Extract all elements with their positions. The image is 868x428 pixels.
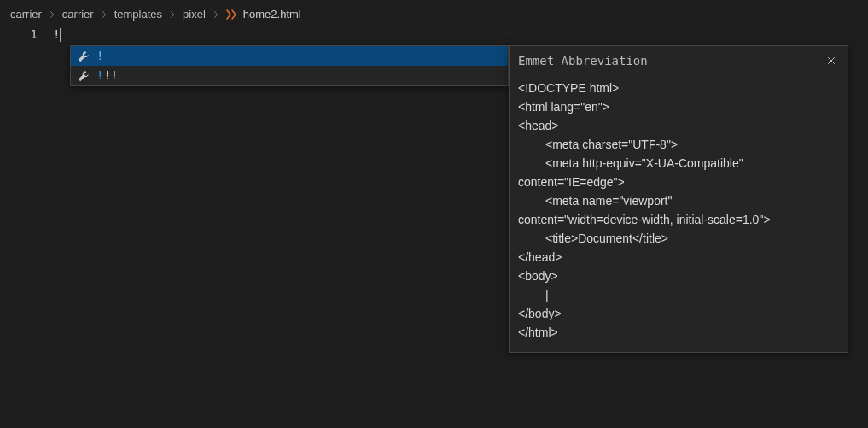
wrench-icon	[76, 70, 91, 82]
suggestion-doc-popup: Emmet Abbreviation <!DOCTYPE html> <html…	[509, 45, 848, 353]
code-area[interactable]: !	[53, 26, 868, 43]
line-number: 1	[0, 26, 38, 43]
code-text: !	[53, 27, 60, 41]
autocomplete-label: !!!	[96, 67, 118, 84]
chevron-right-icon	[100, 10, 108, 19]
breadcrumb-segment[interactable]: pixel	[181, 8, 207, 21]
breadcrumb-segment[interactable]: templates	[113, 8, 164, 21]
chevron-right-icon	[212, 10, 220, 19]
breadcrumb[interactable]: carrier carrier templates pixel home2.ht…	[0, 3, 868, 26]
breadcrumb-filename[interactable]: home2.html	[243, 8, 301, 21]
breadcrumb-segment[interactable]: carrier	[9, 8, 44, 21]
line-number-gutter: 1	[0, 26, 53, 43]
close-icon[interactable]	[824, 53, 839, 68]
autocomplete-item[interactable]: !	[71, 46, 508, 66]
doc-popup-title: Emmet Abbreviation	[518, 54, 648, 67]
doc-popup-body: <!DOCTYPE html> <html lang="en"> <head> …	[510, 75, 848, 352]
html-file-icon	[224, 8, 238, 21]
chevron-right-icon	[168, 10, 177, 19]
autocomplete-dropdown[interactable]: ! !!!	[70, 45, 509, 86]
autocomplete-label: !	[96, 48, 103, 64]
text-cursor	[60, 28, 61, 42]
chevron-right-icon	[48, 10, 56, 19]
wrench-icon	[76, 50, 91, 62]
autocomplete-item[interactable]: !!!	[71, 66, 508, 85]
breadcrumb-segment[interactable]: carrier	[61, 8, 96, 21]
code-editor[interactable]: 1 !	[0, 26, 868, 43]
